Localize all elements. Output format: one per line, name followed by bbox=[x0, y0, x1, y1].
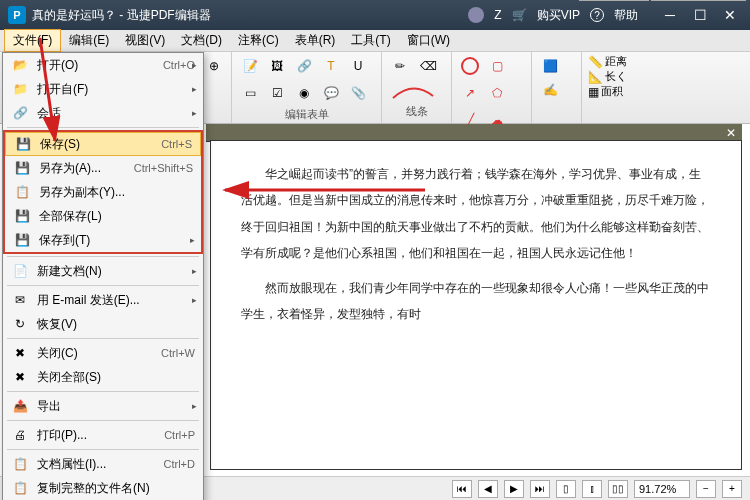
pencil-button[interactable]: ✏ bbox=[388, 54, 412, 78]
length-label: 长く bbox=[605, 69, 627, 84]
sb-last-page-button[interactable]: ⏭ bbox=[530, 480, 550, 498]
note-button[interactable]: 💬 bbox=[319, 81, 343, 105]
menu-revert[interactable]: ↻恢复(V) bbox=[3, 312, 203, 336]
arrow-shape-button[interactable]: ↗ bbox=[458, 81, 482, 105]
menu-new-doc[interactable]: 📄新建文档(N)▸ bbox=[3, 259, 203, 283]
menu-form[interactable]: 表单(R) bbox=[287, 30, 344, 51]
document-paragraph: 华之崛起而读书”的誓言，并努力践行着；钱学森在海外，学习优异、事业有成，生活优越… bbox=[241, 161, 711, 267]
menu-file[interactable]: 文件(F) bbox=[4, 29, 61, 52]
menu-view[interactable]: 视图(V) bbox=[117, 30, 173, 51]
export-icon: 📤 bbox=[11, 398, 29, 414]
help-icon[interactable]: ? bbox=[590, 8, 604, 22]
line-preview-icon bbox=[388, 78, 438, 102]
menu-copy-filename[interactable]: 📋复制完整的文件名(N) bbox=[3, 476, 203, 500]
menu-comment[interactable]: 注释(C) bbox=[230, 30, 287, 51]
close-all-icon: ✖ bbox=[11, 369, 29, 385]
area-icon[interactable]: ▦ bbox=[588, 85, 599, 99]
folder-open-icon: 📂 bbox=[11, 57, 29, 73]
square-shape-button[interactable]: ▢ bbox=[485, 54, 509, 78]
sb-zoom-in-button[interactable]: + bbox=[722, 480, 742, 498]
line-color-label: 线条 bbox=[388, 104, 445, 119]
stamp-button[interactable]: 🟦 bbox=[538, 54, 562, 78]
distance-icon[interactable]: 📏 bbox=[588, 55, 603, 69]
signature-button[interactable]: ✍ bbox=[538, 78, 562, 102]
distance-label: 距离 bbox=[605, 54, 627, 69]
menu-close[interactable]: ✖关闭(C)Ctrl+W bbox=[3, 341, 203, 365]
link-button[interactable]: 🔗 bbox=[292, 54, 316, 78]
highlight-button[interactable]: T bbox=[319, 54, 343, 78]
menu-open[interactable]: 📂打开(O)Ctrl+O▸ bbox=[3, 53, 203, 77]
form-field-button[interactable]: ▭ bbox=[238, 81, 262, 105]
document-paragraph: 然而放眼现在，我们青少年同学中存在的一些现象却很令人心痛！一些风华正茂的中学生，… bbox=[241, 275, 711, 328]
menu-window[interactable]: 窗口(W) bbox=[399, 30, 458, 51]
save-to-icon: 💾 bbox=[13, 232, 31, 248]
document-viewport[interactable]: 华之崛起而读书”的誓言，并努力践行着；钱学森在海外，学习优异、事业有成，生活优越… bbox=[210, 140, 742, 470]
cart-icon[interactable]: 🛒 bbox=[512, 8, 527, 22]
menu-document[interactable]: 文档(D) bbox=[173, 30, 230, 51]
menu-save-as[interactable]: 💾另存为(A)...Ctrl+Shift+S bbox=[5, 156, 201, 180]
menu-properties[interactable]: 📋文档属性(I)...Ctrl+D bbox=[3, 452, 203, 476]
buy-vip-link[interactable]: 购买VIP bbox=[537, 7, 580, 24]
app-logo-icon: P bbox=[8, 6, 26, 24]
menu-session[interactable]: 🔗会话▸ bbox=[3, 101, 203, 125]
edit-form-label: 编辑表单 bbox=[238, 107, 375, 122]
radio-button[interactable]: ◉ bbox=[292, 81, 316, 105]
edit-text-button[interactable]: 📝 bbox=[238, 54, 262, 78]
save-icon: 💾 bbox=[14, 136, 32, 152]
email-icon: ✉ bbox=[11, 292, 29, 308]
menu-print[interactable]: 🖨打印(P)...Ctrl+P bbox=[3, 423, 203, 447]
session-icon: 🔗 bbox=[11, 105, 29, 121]
circle-shape-button[interactable] bbox=[458, 54, 482, 78]
edit-image-button[interactable]: 🖼 bbox=[265, 54, 289, 78]
globe-icon[interactable] bbox=[468, 7, 484, 23]
menu-close-all[interactable]: ✖关闭全部(S) bbox=[3, 365, 203, 389]
menu-tools[interactable]: 工具(T) bbox=[343, 30, 398, 51]
menu-open-from[interactable]: 📁打开自(F)▸ bbox=[3, 77, 203, 101]
checkbox-button[interactable]: ☑ bbox=[265, 81, 289, 105]
save-as-icon: 💾 bbox=[13, 160, 31, 176]
properties-icon: 📋 bbox=[11, 456, 29, 472]
polygon-shape-button[interactable]: ⬠ bbox=[485, 81, 509, 105]
user-label: Z bbox=[494, 8, 501, 22]
sb-zoom-input[interactable] bbox=[634, 480, 690, 498]
save-copy-icon: 📋 bbox=[13, 184, 31, 200]
copy-icon: 📋 bbox=[11, 480, 29, 496]
sb-single-page-button[interactable]: ▯ bbox=[556, 480, 576, 498]
find-button[interactable]: 🔍查找(F) bbox=[579, 0, 649, 1]
menu-save-copy[interactable]: 📋另存为副本(Y)... bbox=[5, 180, 201, 204]
print-icon: 🖨 bbox=[11, 427, 29, 443]
zoom-in-button[interactable]: ⊕ bbox=[203, 54, 225, 78]
sb-prev-page-button[interactable]: ◀ bbox=[478, 480, 498, 498]
file-menu-dropdown: 📂打开(O)Ctrl+O▸ 📁打开自(F)▸ 🔗会话▸ 💾保存(S)Ctrl+S… bbox=[2, 52, 204, 500]
revert-icon: ↻ bbox=[11, 316, 29, 332]
sb-first-page-button[interactable]: ⏮ bbox=[452, 480, 472, 498]
advanced-find-button[interactable]: 🔍高级查找(S) bbox=[651, 0, 746, 1]
save-all-icon: 💾 bbox=[13, 208, 31, 224]
new-doc-icon: 📄 bbox=[11, 263, 29, 279]
menu-save-all[interactable]: 💾全部保存(L) bbox=[5, 204, 201, 228]
maximize-button[interactable]: ☐ bbox=[688, 5, 712, 25]
close-doc-icon: ✖ bbox=[11, 345, 29, 361]
sb-zoom-out-button[interactable]: − bbox=[696, 480, 716, 498]
menu-edit[interactable]: 编辑(E) bbox=[61, 30, 117, 51]
close-button[interactable]: ✕ bbox=[718, 5, 742, 25]
sb-facing-button[interactable]: ▯▯ bbox=[608, 480, 628, 498]
help-link[interactable]: 帮助 bbox=[614, 7, 638, 24]
underline-button[interactable]: U bbox=[346, 54, 370, 78]
sb-continuous-button[interactable]: ⫿ bbox=[582, 480, 602, 498]
menu-email[interactable]: ✉用 E-mail 发送(E)...▸ bbox=[3, 288, 203, 312]
menu-save[interactable]: 💾保存(S)Ctrl+S bbox=[5, 132, 201, 156]
menu-export[interactable]: 📤导出▸ bbox=[3, 394, 203, 418]
folder-icon: 📁 bbox=[11, 81, 29, 97]
minimize-button[interactable]: ─ bbox=[658, 5, 682, 25]
eraser-button[interactable]: ⌫ bbox=[416, 54, 440, 78]
tab-close-icon[interactable]: ✕ bbox=[726, 126, 736, 140]
attach-button[interactable]: 📎 bbox=[346, 81, 370, 105]
length-icon[interactable]: 📐 bbox=[588, 70, 603, 84]
menu-save-to[interactable]: 💾保存到(T)▸ bbox=[5, 228, 201, 252]
window-title: 真的是好运吗？ - 迅捷PDF编辑器 bbox=[32, 7, 468, 24]
area-label: 面积 bbox=[601, 84, 623, 99]
sb-next-page-button[interactable]: ▶ bbox=[504, 480, 524, 498]
